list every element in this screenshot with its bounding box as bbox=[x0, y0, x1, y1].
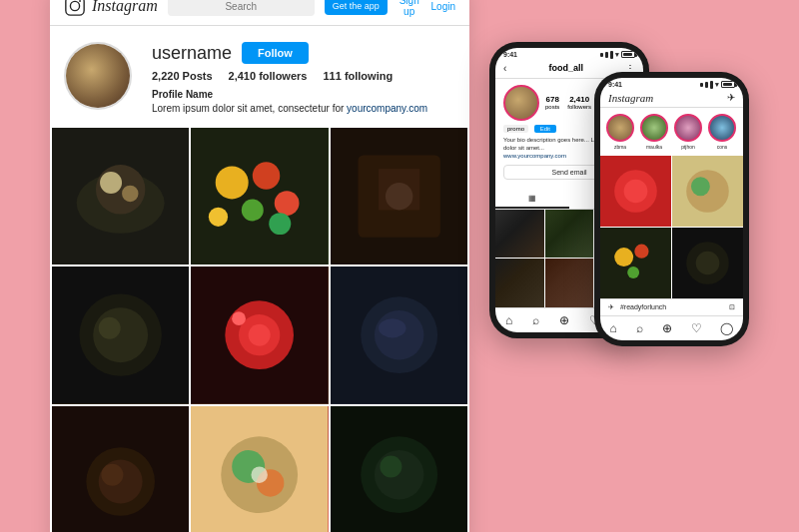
profile-name-row: username Follow bbox=[152, 42, 455, 64]
phone-grid-item[interactable] bbox=[495, 210, 544, 259]
signal-icons-front: ▾ bbox=[700, 81, 735, 89]
svg-point-47 bbox=[624, 179, 648, 203]
signal-icons-back: ▾ bbox=[600, 51, 635, 59]
svg-point-54 bbox=[627, 266, 639, 278]
svg-point-14 bbox=[270, 213, 292, 235]
grid-item[interactable] bbox=[52, 128, 189, 265]
time-back: 9:41 bbox=[503, 51, 517, 58]
phone-front-frame: 9:41 ▾ Instagram ✈ bbox=[594, 72, 749, 346]
grid-item[interactable] bbox=[52, 406, 189, 532]
followers-stat: 2,410 followers bbox=[229, 70, 308, 82]
phone-grid-item[interactable] bbox=[495, 259, 544, 307]
grid-item[interactable] bbox=[191, 406, 328, 532]
get-app-button[interactable]: Get the app bbox=[325, 0, 388, 15]
feed-grid-front bbox=[600, 156, 743, 298]
feed-item-4[interactable] bbox=[672, 228, 743, 298]
bookmark-icon-front[interactable]: ⊡ bbox=[729, 303, 735, 311]
signal-bar-3 bbox=[610, 51, 613, 59]
signup-button[interactable]: Sign up bbox=[394, 0, 425, 17]
phone-grid-item[interactable] bbox=[545, 210, 594, 259]
phones-container: 9:41 ▾ ‹ food_all ⋮ bbox=[489, 42, 749, 491]
story-avatar-2 bbox=[640, 114, 668, 142]
bio-link[interactable]: yourcompany.com bbox=[347, 103, 427, 114]
grid-item[interactable] bbox=[52, 266, 189, 403]
bio-text: Lorem ipsum dolor sit amet, consectetur … bbox=[152, 103, 344, 114]
svg-point-7 bbox=[122, 186, 138, 202]
heart-icon-front[interactable]: ♡ bbox=[691, 321, 702, 335]
profile-username: username bbox=[152, 43, 232, 64]
svg-point-10 bbox=[253, 162, 280, 189]
svg-point-31 bbox=[379, 319, 405, 338]
feed-item-1[interactable] bbox=[600, 156, 671, 227]
svg-point-53 bbox=[634, 244, 648, 258]
nav-actions: Get the app Sign up Login bbox=[325, 0, 455, 17]
phone-posts-count: 678 bbox=[545, 95, 558, 104]
signal-bar-f3 bbox=[710, 81, 713, 89]
profile-stats: 2,220 Posts 2,410 followers 111 followin… bbox=[152, 70, 455, 82]
phone-front-screen: 9:41 ▾ Instagram ✈ bbox=[600, 78, 743, 340]
story-avatar-1 bbox=[606, 114, 634, 142]
svg-point-50 bbox=[691, 177, 710, 196]
phone-grid-item[interactable] bbox=[545, 259, 594, 307]
svg-point-43 bbox=[375, 450, 423, 499]
profile-icon-front[interactable]: ◯ bbox=[720, 321, 733, 335]
bio-name: Profile Name bbox=[152, 89, 213, 100]
profile-info: username Follow 2,220 Posts 2,410 follow… bbox=[152, 42, 455, 116]
svg-point-44 bbox=[380, 455, 401, 477]
phone-bottom-nav-front: ⌂ ⌕ ⊕ ♡ ◯ bbox=[600, 315, 743, 340]
edit-button-phone[interactable]: Edit bbox=[534, 125, 556, 133]
wifi-icon-front: ▾ bbox=[715, 81, 719, 89]
grid-item[interactable] bbox=[331, 128, 467, 265]
grid-item[interactable] bbox=[191, 266, 328, 403]
instagram-logo-text: Instagram bbox=[92, 0, 158, 15]
signal-bar-f2 bbox=[705, 82, 708, 88]
story-avatar-3 bbox=[674, 114, 702, 142]
phone-posts-label: posts bbox=[545, 104, 559, 110]
search-icon-front[interactable]: ⌕ bbox=[636, 321, 643, 335]
search-input[interactable] bbox=[168, 0, 315, 16]
signal-bar-2 bbox=[605, 52, 608, 58]
add-icon-front[interactable]: ⊕ bbox=[662, 321, 672, 335]
svg-point-57 bbox=[696, 251, 720, 274]
svg-point-26 bbox=[249, 324, 271, 346]
story-item-1[interactable]: zbma bbox=[606, 114, 634, 150]
story-item-2[interactable]: maulka bbox=[640, 114, 668, 150]
search-icon-back[interactable]: ⌕ bbox=[532, 313, 539, 327]
svg-rect-0 bbox=[66, 0, 84, 15]
grid-item[interactable] bbox=[191, 128, 328, 265]
svg-point-2 bbox=[79, 0, 81, 2]
grid-item[interactable] bbox=[331, 266, 467, 403]
back-icon[interactable]: ‹ bbox=[503, 63, 506, 74]
grid-tab[interactable]: ▦ bbox=[495, 190, 569, 209]
svg-point-27 bbox=[233, 312, 247, 326]
login-button[interactable]: Login bbox=[431, 1, 455, 12]
feed-item-2[interactable] bbox=[672, 156, 743, 227]
photo-grid bbox=[50, 126, 469, 532]
svg-rect-8 bbox=[191, 128, 328, 265]
desktop-nav: Instagram Get the app Sign up Login bbox=[50, 0, 469, 26]
phone-bio-link[interactable]: www.yourcompany.com bbox=[503, 153, 566, 159]
story-item-4[interactable]: cons bbox=[708, 114, 736, 150]
battery-icon-back bbox=[621, 51, 635, 58]
grid-item[interactable] bbox=[331, 406, 467, 532]
add-icon-back[interactable]: ⊕ bbox=[559, 313, 569, 327]
phone-followers-label: followers bbox=[567, 104, 591, 110]
send-icon-front[interactable]: ✈ bbox=[608, 303, 614, 310]
home-icon-front[interactable]: ⌂ bbox=[609, 321, 616, 335]
paper-plane-icon[interactable]: ✈ bbox=[727, 92, 735, 103]
desktop-mockup: Instagram Get the app Sign up Login user… bbox=[50, 0, 469, 532]
phone-header-icons-front: ✈ bbox=[727, 92, 735, 103]
svg-point-40 bbox=[252, 466, 268, 482]
feed-item-3[interactable] bbox=[600, 228, 671, 298]
phone-avatar-back bbox=[503, 85, 539, 121]
post-tag-area: ✈ #readyforlunch ⊡ bbox=[600, 298, 743, 315]
story-avatar-4 bbox=[708, 114, 736, 142]
logo-area: Instagram bbox=[64, 0, 158, 17]
story-label-3: ptjhon bbox=[681, 144, 695, 150]
home-icon-back[interactable]: ⌂ bbox=[505, 313, 512, 327]
svg-rect-51 bbox=[600, 228, 671, 298]
follow-button[interactable]: Follow bbox=[242, 42, 309, 64]
wifi-icon-back: ▾ bbox=[615, 51, 619, 59]
story-item-3[interactable]: ptjhon bbox=[674, 114, 702, 150]
profile-bio: Profile Name Lorem ipsum dolor sit amet,… bbox=[152, 88, 455, 116]
